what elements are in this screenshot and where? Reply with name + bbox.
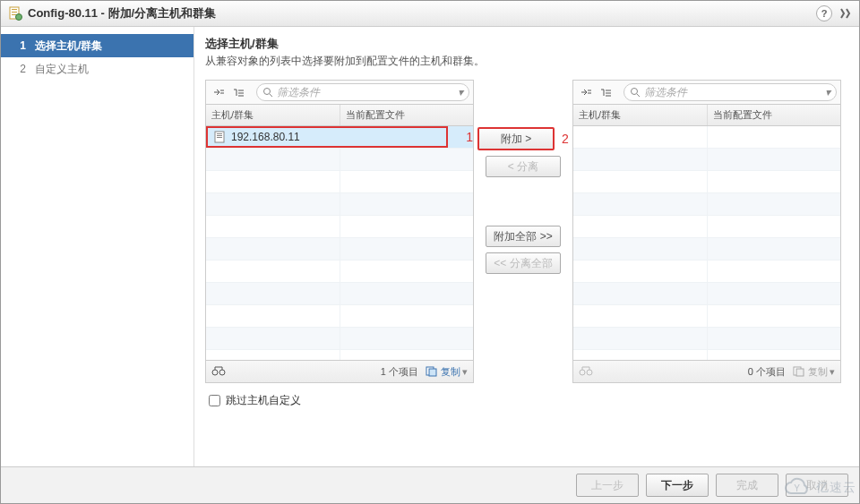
svg-line-11	[270, 94, 272, 97]
col-profile[interactable]: 当前配置文件	[340, 105, 474, 125]
col-profile[interactable]: 当前配置文件	[708, 105, 841, 125]
detach-all-button[interactable]: << 分离全部	[486, 252, 561, 274]
chevron-down-icon[interactable]: ▾	[830, 366, 835, 378]
selected-panel: 筛选条件 ▾ 主机/群集 当前配置文件	[572, 80, 841, 383]
page-heading: 选择主机/群集	[205, 36, 848, 52]
search-icon	[630, 87, 641, 98]
available-grid: 主机/群集 当前配置文件 192.168.80.11	[205, 104, 474, 383]
dual-list-picker: 筛选条件 ▾ 主机/群集 当前配置文件	[205, 80, 848, 383]
svg-rect-13	[217, 133, 222, 134]
next-button[interactable]: 下一步	[646, 474, 709, 497]
copy-button[interactable]: 复制	[793, 365, 828, 379]
svg-rect-2	[12, 12, 17, 13]
svg-rect-19	[429, 369, 436, 376]
copy-button[interactable]: 复制	[426, 365, 460, 379]
titlebar: Config-80.11 - 附加/分离主机和群集 ?	[1, 1, 859, 27]
help-button[interactable]: ?	[816, 5, 832, 21]
svg-point-10	[264, 89, 271, 95]
wizard-sidebar: 1 选择主机/群集 2 自定义主机	[1, 27, 194, 466]
skip-checkbox-input[interactable]	[209, 395, 220, 406]
watermark: Y 亿速云	[782, 477, 856, 499]
back-button[interactable]: 上一步	[576, 474, 639, 497]
svg-rect-1	[12, 9, 17, 10]
wizard-step-select-hosts[interactable]: 1 选择主机/群集	[1, 34, 194, 57]
transfer-buttons: 附加 > 2 < 分离 附加全部 >> << 分离全部	[474, 80, 572, 277]
svg-rect-14	[217, 135, 222, 136]
profile-icon	[8, 6, 22, 21]
chevron-down-icon: ▾	[458, 86, 463, 98]
expand-icon[interactable]	[210, 83, 228, 101]
svg-point-25	[632, 89, 638, 95]
selected-toolbar: 筛选条件 ▾	[572, 80, 841, 104]
page-description: 从兼容对象的列表中选择要附加到配置文件的主机和群集。	[205, 54, 848, 69]
chevron-down-icon[interactable]: ▾	[462, 366, 468, 378]
attach-all-button[interactable]: 附加全部 >>	[486, 226, 561, 247]
wizard-step-customize[interactable]: 2 自定义主机	[1, 57, 194, 81]
available-panel: 筛选条件 ▾ 主机/群集 当前配置文件	[205, 80, 474, 383]
attach-button[interactable]: 附加 >	[477, 127, 555, 150]
svg-point-27	[580, 370, 585, 375]
available-count: 1 个项目	[381, 365, 418, 379]
selected-grid-body	[573, 126, 840, 360]
collapse-icon[interactable]	[597, 83, 615, 101]
find-icon[interactable]	[579, 364, 593, 379]
available-toolbar: 筛选条件 ▾	[205, 80, 474, 104]
skip-customize-checkbox[interactable]: 跳过主机自定义	[205, 392, 848, 409]
svg-point-16	[212, 370, 218, 375]
selected-grid: 主机/群集 当前配置文件	[572, 104, 841, 383]
host-icon	[213, 131, 226, 143]
available-grid-body: 192.168.80.11 1	[206, 126, 473, 360]
col-host[interactable]: 主机/群集	[573, 105, 708, 125]
chevron-down-icon: ▾	[825, 86, 830, 98]
dialog-body: 1 选择主机/群集 2 自定义主机 选择主机/群集 从兼容对象的列表中选择要附加…	[1, 27, 859, 466]
col-host[interactable]: 主机/群集	[206, 105, 340, 125]
annotation-1: 1	[466, 130, 473, 144]
svg-rect-30	[796, 369, 804, 376]
svg-line-26	[637, 94, 640, 97]
available-grid-header: 主机/群集 当前配置文件	[206, 105, 473, 126]
dialog: Config-80.11 - 附加/分离主机和群集 ? 1 选择主机/群集 2 …	[0, 0, 860, 504]
dialog-title: Config-80.11 - 附加/分离主机和群集	[28, 5, 216, 21]
search-icon	[262, 87, 273, 98]
available-filter[interactable]: 筛选条件 ▾	[256, 83, 469, 101]
svg-text:Y: Y	[794, 483, 801, 493]
selected-filter[interactable]: 筛选条件 ▾	[624, 83, 837, 101]
annotation-2: 2	[562, 132, 569, 146]
find-icon[interactable]	[211, 364, 226, 379]
svg-point-4	[16, 14, 22, 21]
svg-rect-15	[217, 137, 222, 138]
selected-grid-footer: 0 个项目 复制 ▾	[573, 360, 840, 382]
svg-point-28	[587, 370, 592, 375]
main-content: 选择主机/群集 从兼容对象的列表中选择要附加到配置文件的主机和群集。	[194, 27, 859, 466]
finish-button[interactable]: 完成	[716, 474, 778, 497]
wizard-footer: 上一步 下一步 完成 取消	[1, 466, 859, 503]
table-row[interactable]: 192.168.80.11 1	[206, 126, 473, 149]
svg-point-17	[219, 370, 225, 375]
cloud-icon: Y	[782, 477, 813, 499]
expand-icon[interactable]	[577, 83, 595, 101]
selected-grid-header: 主机/群集 当前配置文件	[573, 105, 840, 126]
advance-icon[interactable]	[839, 7, 852, 20]
detach-button[interactable]: < 分离	[486, 156, 561, 177]
selected-count: 0 个项目	[748, 365, 786, 379]
collapse-icon[interactable]	[229, 83, 247, 101]
available-grid-footer: 1 个项目 复制 ▾	[206, 360, 473, 382]
